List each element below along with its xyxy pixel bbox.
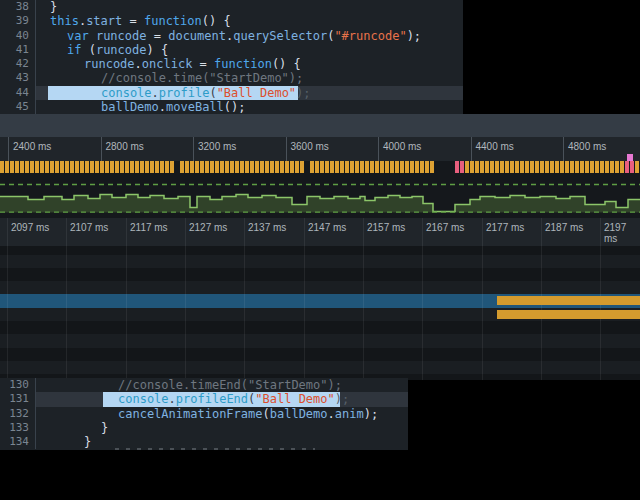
code-line[interactable]: 40var runcode = document.querySelector("… [0,29,463,43]
line-number[interactable]: 130 [0,378,36,392]
activity-bar [15,161,19,173]
code-line[interactable]: 134} [0,435,408,449]
activity-bar [200,161,204,173]
code-line-content[interactable]: } [36,0,463,14]
activity-bar [250,161,254,173]
line-number[interactable]: 44 [0,86,36,100]
code-line[interactable]: 42runcode.onclick = function() { [0,57,463,71]
code-line[interactable]: 38} [0,0,463,14]
code-text: } [36,421,108,435]
line-number[interactable]: 133 [0,421,36,435]
ruler-tick-label: 4000 ms [383,141,421,152]
code-line-content[interactable]: //console.time("StartDemo"); [36,71,463,85]
activity-bar [490,161,494,173]
activity-bar [115,161,119,173]
code-line-content[interactable]: //console.timeEnd("StartDemo"); [36,378,408,392]
code-line-content[interactable]: ballDemo.moveBall(); [36,100,463,114]
code-line-content[interactable]: } [36,435,408,449]
line-number[interactable]: 41 [0,43,36,57]
token: "Ball Demo" [217,86,296,100]
token [89,29,96,43]
code-line-content[interactable]: } [36,421,408,435]
code-line[interactable]: 41if (runcode) { [0,43,463,57]
code-line[interactable]: 131console.profileEnd("Ball Demo"); [0,392,408,406]
activity-bar [360,161,364,173]
code-line-content[interactable]: console.profile("Ball Demo"); [36,86,463,100]
activity-bar [455,161,459,173]
line-number[interactable]: 132 [0,407,36,421]
token: . [159,100,166,114]
flame-bar-orange[interactable] [497,296,640,305]
line-number[interactable]: 134 [0,435,36,449]
code-line-content[interactable]: if (runcode) { [36,43,463,57]
timeline-overview[interactable]: 2400 ms2800 ms3200 ms3600 ms4000 ms4400 … [0,137,640,218]
line-number[interactable]: 131 [0,392,36,406]
code-line-content[interactable]: this.start = function() { [36,14,463,28]
code-line[interactable]: 130//console.timeEnd("StartDemo"); [0,378,408,392]
panel-divider [0,114,640,138]
cpu-activity-bars[interactable] [0,161,640,173]
line-number[interactable]: 45 [0,100,36,114]
activity-bar [400,161,404,173]
code-line-content[interactable]: runcode.onclick = function() { [36,57,463,71]
activity-bar [590,161,594,173]
code-line-content[interactable]: var runcode = document.querySelector("#r… [36,29,463,43]
activity-bar [260,161,264,173]
ruler-tick-label: 2187 ms [545,222,583,233]
token: if [67,43,81,57]
activity-bar [340,161,344,173]
line-number[interactable]: 39 [0,14,36,28]
flame-bar-orange[interactable] [497,310,640,319]
activity-bar [110,161,114,173]
activity-bar [225,161,229,173]
grid-row [0,361,640,374]
grid-row [0,255,640,268]
line-number[interactable]: 38 [0,0,36,14]
code-text: console.profileEnd("Ball Demo"); [36,392,349,406]
token: onclick [142,57,193,71]
code-line[interactable]: 45ballDemo.moveBall(); [0,100,463,114]
token: (); [224,100,246,114]
flame-chart[interactable]: 2097 ms2107 ms2117 ms2127 ms2137 ms2147 … [0,218,640,380]
source-editor-top[interactable]: 38}39this.start = function() {40var runc… [0,0,463,114]
code-line[interactable]: 132cancelAnimationFrame(ballDemo.anim); [0,407,408,421]
activity-bar [425,161,429,173]
token: function [144,14,202,28]
code-line[interactable]: 133} [0,421,408,435]
token: profileEnd [176,392,248,406]
source-editor-bottom[interactable]: 130//console.timeEnd("StartDemo");131con… [0,378,408,450]
token: . [152,86,159,100]
devtools-timeline-view: 38}39this.start = function() {40var runc… [0,0,640,500]
token: ); [407,29,421,43]
activity-bar [465,161,469,173]
ruler-tick [471,137,472,161]
activity-bar [285,161,289,173]
activity-bar [135,161,139,173]
activity-bar [90,161,94,173]
activity-bar [25,161,29,173]
activity-bar [540,161,544,173]
token: console [118,392,169,406]
code-line-content[interactable]: console.profileEnd("Ball Demo"); [36,392,408,406]
token: moveBall [166,100,224,114]
line-number[interactable]: 40 [0,29,36,43]
activity-bar [5,161,9,173]
line-number[interactable]: 42 [0,57,36,71]
ruler-tick-label: 2117 ms [130,222,168,233]
token: document [168,29,226,43]
code-text: this.start = function() { [36,14,231,28]
activity-bar [395,161,399,173]
activity-bar [130,161,134,173]
code-line-content[interactable]: cancelAnimationFrame(ballDemo.anim); [36,407,408,421]
activity-bar [60,161,64,173]
code-line[interactable]: 44console.profile("Ball Demo"); [0,86,463,100]
token: "#runcode" [334,29,406,43]
code-line[interactable]: 43//console.time("StartDemo"); [0,71,463,85]
line-number[interactable]: 43 [0,71,36,85]
frames-per-second-chart[interactable] [0,173,640,219]
code-line[interactable]: 39this.start = function() { [0,14,463,28]
token: this [50,14,79,28]
grid-line [244,218,245,380]
activity-bar [390,161,394,173]
activity-bar [300,161,304,173]
